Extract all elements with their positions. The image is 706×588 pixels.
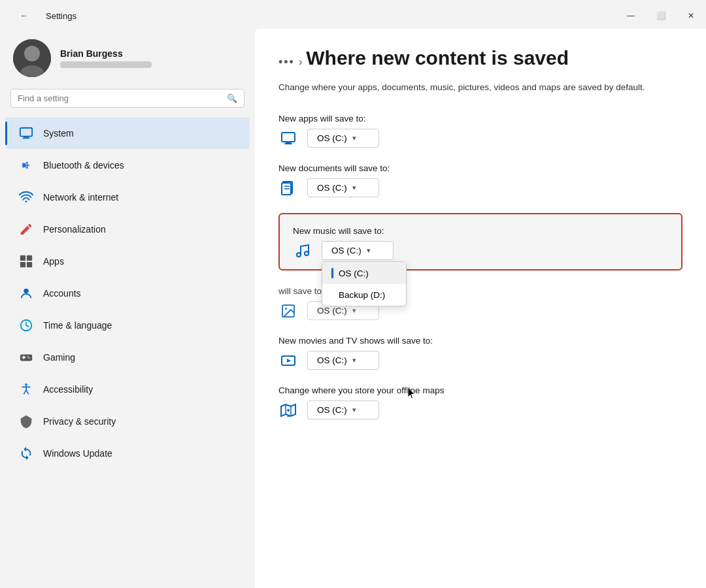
sidebar-item-privacy[interactable]: Privacy & security: [5, 406, 250, 437]
svg-rect-5: [23, 137, 30, 139]
sidebar-item-label: Network & internet: [43, 192, 118, 203]
user-email-bar: [60, 61, 152, 68]
svg-line-23: [26, 390, 29, 394]
svg-rect-9: [27, 255, 32, 261]
nav-list: System Bluetooth & devices Network & int…: [0, 117, 255, 470]
svg-point-7: [25, 201, 27, 203]
apps-icon: [278, 131, 298, 146]
sidebar-item-label: Accounts: [43, 288, 81, 299]
svg-point-18: [29, 357, 30, 359]
section-movies: New movies and TV shows will save to: OS…: [278, 336, 682, 370]
section-label-documents: New documents will save to:: [278, 163, 682, 173]
section-label-apps: New apps will save to:: [278, 114, 682, 123]
sidebar-item-system[interactable]: System: [5, 118, 250, 149]
dropdown-button-maps[interactable]: OS (C:) ▾: [307, 400, 379, 419]
dropdown-row-apps: OS (C:) ▾: [278, 129, 682, 148]
dropdown-row-movies: OS (C:) ▾: [278, 351, 682, 370]
section-label-movies: New movies and TV shows will save to:: [278, 336, 682, 346]
sidebar-item-bluetooth[interactable]: Bluetooth & devices: [5, 150, 250, 181]
maps-icon: [278, 402, 298, 418]
window-controls: — ⬜ ✕: [616, 5, 706, 26]
dropdown-row-documents: OS (C:) ▾: [278, 178, 682, 197]
dropdown-row-music: OS (C:) ▾ OS (C:) Backup (D:): [293, 241, 668, 260]
sidebar-item-label: System: [43, 128, 74, 139]
svg-rect-11: [27, 262, 32, 267]
user-info: Brian Burgess: [60, 48, 152, 68]
dropdown-row-maps: OS (C:) ▾: [278, 400, 682, 419]
chevron-down-icon: ▾: [352, 134, 356, 142]
sidebar-item-label: Time & language: [43, 320, 112, 331]
sections-container: New apps will save to: OS (C:) ▾ New doc…: [278, 114, 682, 419]
dropdown-option[interactable]: OS (C:): [322, 262, 406, 284]
sidebar-item-label: Bluetooth & devices: [43, 160, 124, 171]
privacy-icon: [18, 414, 34, 429]
user-section: Brian Burgess: [0, 33, 255, 89]
sidebar-item-label: Personalization: [43, 224, 106, 235]
breadcrumb-dots[interactable]: •••: [278, 56, 295, 69]
sidebar-item-accounts[interactable]: Accounts: [5, 278, 250, 309]
chevron-down-icon: ▾: [352, 406, 356, 414]
sidebar-item-apps[interactable]: Apps: [5, 246, 250, 277]
svg-marker-39: [287, 359, 291, 363]
svg-point-34: [297, 253, 301, 257]
sidebar-item-network[interactable]: Network & internet: [5, 182, 250, 213]
sidebar-item-personalization[interactable]: Personalization: [5, 214, 250, 245]
time-icon: [18, 318, 34, 333]
accessibility-icon: [18, 382, 34, 397]
svg-rect-26: [284, 143, 292, 144]
sidebar: Brian Burgess 🔍 System Bluetooth & devic…: [0, 26, 255, 588]
search-box[interactable]: 🔍: [10, 89, 244, 108]
page-title: Where new content is saved: [306, 47, 569, 69]
dropdown-button-music[interactable]: OS (C:) ▾: [322, 241, 394, 260]
section-music: New music will save to: OS (C:) ▾ OS (C:…: [278, 213, 682, 270]
dropdown-open-music: OS (C:) ▾ OS (C:) Backup (D:): [322, 241, 394, 260]
selected-indicator: [331, 268, 333, 278]
svg-rect-14: [20, 354, 32, 361]
svg-point-35: [305, 252, 309, 255]
back-button[interactable]: ←: [9, 5, 39, 26]
search-input[interactable]: [18, 93, 222, 103]
svg-rect-10: [20, 262, 25, 267]
option-label: Backup (D:): [339, 290, 385, 300]
section-label-music: New music will save to:: [293, 226, 668, 236]
pictures-icon: [278, 303, 298, 319]
dropdown-option[interactable]: Backup (D:): [322, 284, 406, 306]
app-title: Settings: [46, 11, 76, 21]
breadcrumb: ••• › Where new content is saved: [278, 47, 682, 77]
dropdown-button-movies[interactable]: OS (C:) ▾: [307, 351, 379, 370]
minimize-button[interactable]: —: [616, 5, 646, 26]
update-icon: [18, 446, 34, 461]
chevron-down-icon: ▾: [352, 306, 356, 315]
sidebar-item-accessibility[interactable]: Accessibility: [5, 374, 250, 405]
page-description: Change where your apps, documents, music…: [278, 81, 658, 94]
svg-rect-3: [20, 128, 32, 137]
dropdown-button-documents[interactable]: OS (C:) ▾: [307, 178, 379, 197]
apps-icon: [18, 253, 34, 269]
section-apps: New apps will save to: OS (C:) ▾: [278, 114, 682, 148]
svg-line-22: [24, 390, 26, 394]
search-icon: 🔍: [227, 93, 237, 103]
chevron-down-icon: ▾: [352, 184, 356, 192]
gaming-icon: [18, 350, 34, 365]
section-documents: New documents will save to: OS (C:) ▾: [278, 163, 682, 197]
accounts-icon: [18, 286, 34, 301]
svg-point-1: [24, 46, 40, 61]
avatar: [13, 39, 51, 77]
dropdown-button-apps[interactable]: OS (C:) ▾: [307, 129, 379, 148]
svg-rect-24: [282, 133, 295, 142]
svg-rect-25: [286, 142, 291, 143]
close-button[interactable]: ✕: [676, 5, 706, 26]
chevron-down-icon: ▾: [367, 246, 371, 255]
titlebar: ← Settings — ⬜ ✕: [0, 0, 706, 26]
sidebar-item-label: Privacy & security: [43, 416, 116, 427]
section-label-maps: Change where you store your offline maps: [278, 385, 682, 395]
music-icon: [293, 243, 312, 259]
sidebar-item-time[interactable]: Time & language: [5, 310, 250, 341]
sidebar-item-update[interactable]: Windows Update: [5, 438, 250, 469]
chevron-down-icon: ▾: [352, 356, 356, 365]
app-body: Brian Burgess 🔍 System Bluetooth & devic…: [0, 26, 706, 588]
svg-point-17: [27, 356, 29, 357]
sidebar-item-gaming[interactable]: Gaming: [5, 342, 250, 373]
maximize-button[interactable]: ⬜: [646, 5, 676, 26]
svg-point-12: [24, 289, 28, 293]
